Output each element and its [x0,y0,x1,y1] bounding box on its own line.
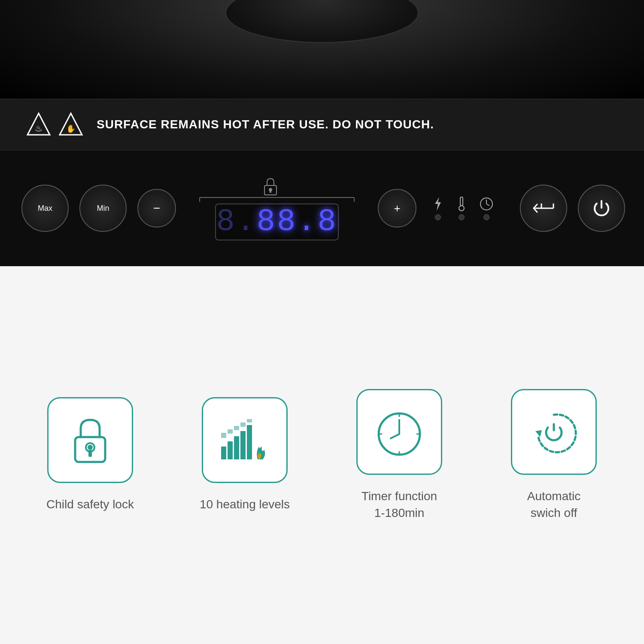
power-timer-icon [528,406,580,458]
thermometer-icon [457,196,466,212]
min-label: Min [97,204,109,213]
svg-text:♨: ♨ [35,124,43,133]
warning-text: SURFACE REMAINS HOT AFTER USE. DO NOT TO… [97,118,434,131]
child-lock-label: Child safety lock [46,496,134,513]
svg-rect-30 [240,422,246,427]
svg-rect-20 [88,450,92,457]
svg-line-34 [391,434,399,438]
feature-child-lock: Child safety lock [26,397,155,513]
svg-marker-10 [435,197,441,211]
bars-flame-icon [219,416,270,464]
svg-rect-22 [221,447,226,459]
plus-button[interactable]: + [378,189,416,228]
lock-connector-svg [187,176,367,202]
auto-shutoff-label: Automatic swich off [527,488,581,521]
lock-icon [69,416,112,464]
svg-point-21 [88,445,93,450]
feature-timer: Timer function 1-180min [335,389,464,521]
temp-indicator [457,196,466,220]
power-icon [591,197,612,219]
hot-surface-icon: ♨ [26,112,52,137]
display-screen: 8.88.8 [215,204,338,240]
timer-indicator [479,196,494,220]
svg-rect-28 [228,429,233,434]
timer-label: Timer function 1-180min [361,488,437,521]
no-touch-icon: ✋ [58,112,84,137]
svg-rect-11 [460,197,463,206]
svg-rect-31 [247,419,252,422]
power-indicator [431,196,444,220]
svg-rect-23 [228,441,233,459]
auto-shutoff-icon-box [511,389,597,475]
burner [225,0,419,43]
cooktop-surface [0,0,644,99]
timer-icon-box [356,389,442,475]
svg-text:✋: ✋ [66,124,76,134]
indicator-icons-row [431,196,494,220]
display-digits: 8.88.8 [216,204,337,240]
feature-auto-shutoff: Automatic swich off [489,389,618,521]
cooktop-section: ♨ ✋ SURFACE REMAINS HOT AFTER USE. DO NO… [0,0,644,266]
warning-bar: ♨ ✋ SURFACE REMAINS HOT AFTER USE. DO NO… [0,99,644,150]
timer-icon [374,406,425,458]
heating-levels-icon-box [202,397,288,483]
svg-rect-9 [270,190,271,193]
lightning-icon [431,196,444,212]
temp-dot [459,214,465,220]
control-panel: Max Min − [0,150,644,266]
clock-small-icon [479,196,494,212]
svg-marker-39 [535,430,542,437]
warning-icons: ♨ ✋ [26,112,84,137]
enter-button[interactable] [520,185,567,232]
mode-indicators [431,196,494,220]
child-lock-icon-box [47,397,133,483]
feature-heating-levels: 10 heating levels [180,397,309,513]
enter-icon [533,202,554,215]
minus-button[interactable]: − [137,189,176,228]
svg-rect-25 [240,431,246,459]
plus-icon: + [394,202,400,215]
minus-icon: − [153,201,160,215]
power-dot [435,214,441,220]
power-button[interactable] [578,185,625,232]
svg-rect-29 [234,426,239,430]
heating-levels-label: 10 heating levels [200,496,290,513]
timer-dot [483,214,489,220]
svg-rect-24 [234,436,239,459]
svg-line-15 [486,204,489,206]
min-button[interactable]: Min [79,185,127,232]
features-section: Child safety lock 10 heatin [0,266,644,644]
max-button[interactable]: Max [21,185,69,232]
svg-rect-27 [221,433,226,438]
svg-rect-26 [247,425,252,459]
svg-point-12 [459,206,464,211]
max-label: Max [38,204,52,213]
